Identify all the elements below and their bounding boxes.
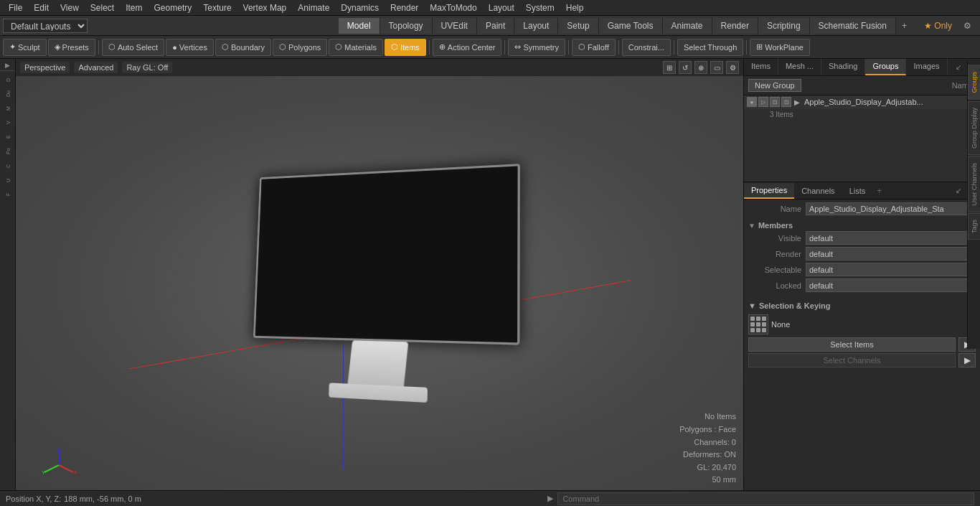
left-tool-2[interactable]: Du — [1, 88, 14, 100]
tab-groups[interactable]: Groups — [865, 59, 906, 75]
render-dropdown[interactable]: default ▾ — [806, 247, 976, 261]
sel-keying-section[interactable]: ▼ Selection & Keying — [748, 300, 976, 311]
props-icon-1[interactable]: ↙ — [953, 185, 964, 197]
menu-edit[interactable]: Edit — [28, 1, 55, 14]
group-item[interactable]: ● ▷ ⊡ ⊡ ▶ Apple_Studio_Display_Adjustab.… — [744, 95, 980, 109]
tab-scripting[interactable]: Scripting — [758, 18, 810, 34]
viewport-raygl-btn[interactable]: Ray GL: Off — [122, 62, 172, 73]
render-icon[interactable]: ▷ — [758, 97, 768, 107]
left-tool-3[interactable]: M — [1, 102, 14, 115]
left-tool-1[interactable]: D — [1, 73, 14, 86]
items-button[interactable]: ⬡ Items — [385, 39, 426, 56]
tab-properties[interactable]: Properties — [744, 183, 794, 199]
viewport-icon-2[interactable]: ↺ — [679, 61, 692, 74]
menu-item[interactable]: Item — [120, 1, 148, 14]
star-label[interactable]: ★ Only — [918, 18, 958, 34]
side-tab-groups[interactable]: Groups — [968, 65, 981, 100]
viewport-perspective-btn[interactable]: Perspective — [20, 62, 70, 73]
menu-layout[interactable]: Layout — [483, 1, 520, 14]
tab-render[interactable]: Render — [712, 18, 758, 34]
materials-button[interactable]: ⬡ Materials — [329, 39, 383, 56]
select-channels-button[interactable]: Select Channels — [748, 353, 956, 367]
left-tool-8[interactable]: U — [1, 174, 14, 187]
cog-icon[interactable]: ⚙ — [958, 18, 977, 34]
tab-shading[interactable]: Shading — [821, 59, 865, 75]
lock-icon[interactable]: ⊡ — [770, 97, 780, 107]
tab-items[interactable]: Items — [744, 59, 778, 75]
polygons-button[interactable]: ⬡ Polygons — [273, 39, 327, 56]
menu-system[interactable]: System — [520, 1, 560, 14]
left-tool-4[interactable]: V — [1, 116, 14, 129]
tab-plus[interactable]: + — [896, 18, 913, 34]
menu-texture[interactable]: Texture — [197, 1, 237, 14]
selectable-dropdown[interactable]: default ▾ — [806, 263, 976, 276]
command-input[interactable] — [557, 492, 974, 505]
cmd-arrow-icon[interactable]: ▶ — [547, 494, 553, 503]
tab-paint[interactable]: Paint — [477, 18, 514, 34]
vertices-button[interactable]: ● Vertices — [166, 39, 214, 56]
workplane-button[interactable]: ⊞ WorkPlane — [750, 39, 810, 56]
layout-select[interactable]: Default Layouts — [3, 19, 88, 33]
boundary-button[interactable]: ⬡ Boundary — [215, 39, 271, 56]
visible-dropdown[interactable]: default ▾ — [806, 231, 976, 245]
falloff-button[interactable]: ⬡ Falloff — [572, 39, 616, 56]
menu-dynamics[interactable]: Dynamics — [335, 1, 385, 14]
scene-3d[interactable] — [16, 76, 743, 490]
viewport-icon-5[interactable]: ⚙ — [726, 61, 739, 74]
viewport-icon-3[interactable]: ⊕ — [694, 61, 707, 74]
sculpt-button[interactable]: ✦ Sculpt — [3, 39, 47, 56]
side-tab-group-display[interactable]: Group Display — [968, 101, 981, 155]
visibility-icon[interactable]: ● — [747, 97, 757, 107]
expand-icon[interactable]: ▶ — [793, 98, 801, 106]
left-tool-7[interactable]: C — [1, 159, 14, 172]
tab-mesh[interactable]: Mesh ... — [778, 59, 821, 75]
select-items-button[interactable]: Select Items — [748, 337, 956, 352]
tab-lists[interactable]: Lists — [842, 184, 873, 198]
presets-button[interactable]: ◈ Presets — [48, 39, 95, 56]
viewport[interactable]: Perspective Advanced Ray GL: Off ⊞ ↺ ⊕ ▭… — [16, 59, 743, 490]
tab-images[interactable]: Images — [906, 59, 947, 75]
members-section[interactable]: ▼ Members — [748, 218, 976, 231]
viewport-icon-4[interactable]: ▭ — [710, 61, 723, 74]
new-group-button[interactable]: New Group — [748, 79, 801, 92]
svg-text:Z: Z — [57, 447, 60, 451]
menu-vertex-map[interactable]: Vertex Map — [237, 1, 293, 14]
menu-geometry[interactable]: Geometry — [149, 1, 198, 14]
name-input[interactable] — [806, 202, 976, 215]
action-center-button[interactable]: ⊕ Action Center — [433, 39, 502, 56]
menu-help[interactable]: Help — [560, 1, 590, 14]
tab-animate[interactable]: Animate — [663, 18, 712, 34]
lock2-icon[interactable]: ⊡ — [781, 97, 791, 107]
side-tab-user-channels[interactable]: User Channels — [968, 156, 981, 212]
locked-dropdown[interactable]: default ▾ — [806, 278, 976, 292]
menu-view[interactable]: View — [55, 1, 85, 14]
locked-label: Locked — [748, 281, 806, 290]
right-icon-1[interactable]: ↙ — [953, 62, 964, 73]
left-tool-9[interactable]: F — [1, 188, 14, 201]
props-tab-plus[interactable]: + — [872, 183, 886, 199]
monitor-stand-neck — [348, 340, 409, 386]
viewport-shading-btn[interactable]: Advanced — [74, 62, 118, 73]
menu-select[interactable]: Select — [85, 1, 120, 14]
tab-channels[interactable]: Channels — [794, 184, 842, 198]
constraint-button[interactable]: Constrai... — [622, 39, 671, 56]
tab-game-tools[interactable]: Game Tools — [599, 18, 663, 34]
menu-maxtomodo[interactable]: MaxToModo — [424, 1, 482, 14]
tab-schematic-fusion[interactable]: Schematic Fusion — [810, 18, 896, 34]
tab-layout[interactable]: Layout — [514, 18, 558, 34]
tab-setup[interactable]: Setup — [558, 18, 598, 34]
tab-model[interactable]: Model — [339, 18, 380, 34]
auto-select-button[interactable]: ⬡ Auto Select — [102, 39, 164, 56]
symmetry-button[interactable]: ⇔ Symmetry — [508, 39, 565, 56]
menu-render[interactable]: Render — [385, 1, 424, 14]
left-tool-5[interactable]: E — [1, 131, 14, 144]
menu-file[interactable]: File — [3, 1, 28, 14]
viewport-icon-1[interactable]: ⊞ — [663, 61, 676, 74]
tab-uvedit[interactable]: UVEdit — [433, 18, 477, 34]
left-tool-6[interactable]: Po — [1, 145, 14, 158]
tab-topology[interactable]: Topology — [380, 18, 433, 34]
menu-animate[interactable]: Animate — [292, 1, 335, 14]
select-through-button[interactable]: Select Through — [677, 39, 743, 56]
select-channels-arrow[interactable]: ▶ — [958, 353, 976, 367]
side-tab-tags[interactable]: Tags — [968, 213, 981, 240]
